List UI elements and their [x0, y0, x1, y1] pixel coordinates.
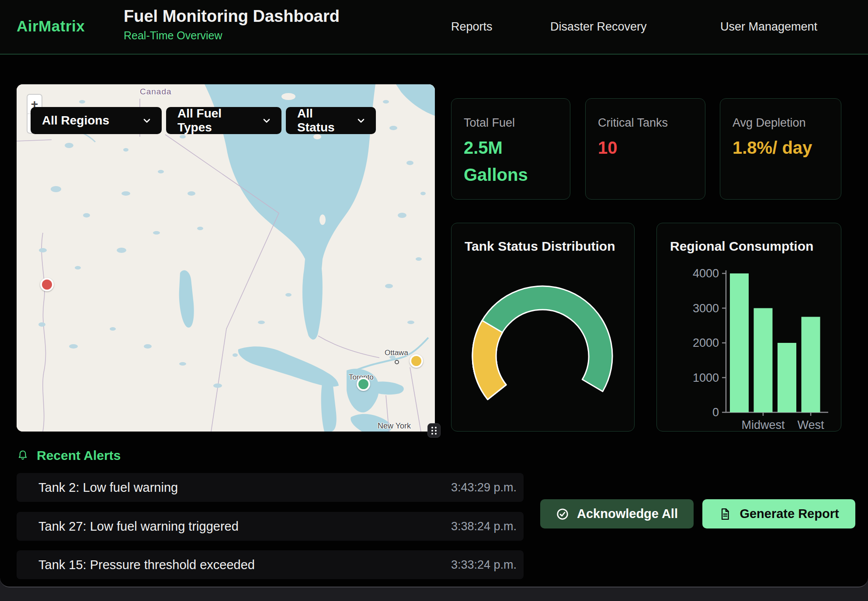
tank-status-title: Tank Status Distribution	[465, 239, 615, 254]
alert-time: 3:43:29 p.m.	[451, 481, 517, 494]
alert-text: Tank 2: Low fuel warning	[38, 480, 178, 495]
nav-user-management[interactable]: User Management	[720, 20, 817, 34]
stat-value-avg-depletion: 1.8%/ day	[733, 134, 829, 161]
stat-label: Total Fuel	[464, 116, 558, 130]
alert-row[interactable]: Tank 27: Low fuel warning triggered 3:38…	[17, 512, 524, 541]
alerts-header: Recent Alerts	[17, 448, 121, 463]
fuel-monitoring-dashboard: AirMatrix Fuel Monitoring Dashboard Real…	[0, 0, 868, 601]
regional-consumption-title: Regional Consumption	[670, 239, 813, 254]
alert-row[interactable]: Tank 15: Pressure threshold exceeded 3:3…	[17, 550, 524, 579]
regional-consumption-card: Regional Consumption 01000200030004000Mi…	[656, 223, 841, 432]
map-label-ottawa: Ottawa	[385, 349, 408, 357]
map-filters: All Regions All Fuel Types All Status	[31, 107, 376, 134]
regional-consumption-bar-chart: 01000200030004000MidwestWest	[657, 267, 841, 432]
map-panel[interactable]: Canada Ottawa Toronto New York + − All R…	[17, 84, 435, 432]
ottawa-town-dot	[395, 360, 399, 364]
filter-status-select[interactable]: All Status	[286, 107, 376, 134]
nav-disaster-recovery[interactable]: Disaster Recovery	[550, 20, 647, 34]
generate-report-label: Generate Report	[740, 507, 839, 521]
chevron-down-icon	[356, 115, 366, 126]
stat-value-total-fuel: 2.5M Gallons	[464, 134, 558, 188]
bell-icon	[17, 449, 29, 462]
bar-3	[802, 317, 820, 412]
map-label-new-york: New York	[378, 421, 411, 431]
generate-report-button[interactable]: Generate Report	[702, 499, 855, 528]
drag-handle-icon[interactable]	[427, 423, 441, 438]
stat-value-critical-tanks: 10	[598, 134, 693, 161]
donut-segment-warning	[472, 321, 506, 400]
app-window: AirMatrix Fuel Monitoring Dashboard Real…	[0, 0, 868, 587]
alert-text: Tank 27: Low fuel warning triggered	[38, 519, 239, 534]
y-tick-label: 0	[712, 406, 719, 419]
nav-reports[interactable]: Reports	[451, 20, 493, 34]
filter-regions-value: All Regions	[42, 114, 109, 128]
file-text-icon	[719, 508, 732, 521]
stat-label: Critical Tanks	[598, 116, 693, 130]
app-logo: AirMatrix	[17, 17, 85, 35]
filter-fuel-types-value: All Fuel Types	[177, 107, 247, 135]
y-tick-label: 2000	[693, 336, 719, 349]
tank-marker-warning[interactable]	[410, 354, 423, 368]
acknowledge-all-label: Acknowledge All	[577, 507, 678, 521]
bar-0	[730, 273, 749, 412]
title-block: Fuel Monitoring Dashboard Real-Time Over…	[124, 7, 340, 42]
alert-time: 3:33:24 p.m.	[451, 558, 517, 572]
stat-card-total-fuel: Total Fuel 2.5M Gallons	[451, 98, 570, 200]
alert-text: Tank 15: Pressure threshold exceeded	[38, 558, 255, 572]
map-label-canada: Canada	[140, 87, 172, 97]
chevron-down-icon	[261, 115, 272, 126]
y-tick-label: 3000	[693, 302, 719, 315]
tank-status-card: Tank Status Distribution	[451, 223, 635, 432]
page-title: Fuel Monitoring Dashboard	[124, 7, 340, 26]
tank-marker-critical[interactable]	[40, 278, 54, 291]
bar-1	[754, 308, 773, 413]
alert-time: 3:38:24 p.m.	[451, 520, 517, 533]
tank-marker-normal[interactable]	[357, 377, 370, 391]
stat-label: Avg Depletion	[733, 116, 829, 130]
check-circle-icon	[556, 508, 569, 521]
chevron-down-icon	[142, 115, 152, 126]
header: AirMatrix Fuel Monitoring Dashboard Real…	[0, 0, 868, 55]
x-tick-label: Midwest	[741, 418, 785, 432]
y-tick-label: 1000	[693, 371, 719, 384]
bar-2	[778, 343, 796, 412]
acknowledge-all-button[interactable]: Acknowledge All	[540, 499, 694, 528]
y-tick-label: 4000	[693, 267, 719, 280]
alerts-title: Recent Alerts	[37, 448, 121, 463]
alert-row[interactable]: Tank 2: Low fuel warning 3:43:29 p.m.	[17, 473, 524, 502]
tank-status-donut-chart	[464, 278, 618, 432]
stat-card-avg-depletion: Avg Depletion 1.8%/ day	[720, 98, 841, 200]
filter-fuel-types-select[interactable]: All Fuel Types	[166, 107, 281, 134]
stat-card-critical-tanks: Critical Tanks 10	[585, 98, 705, 200]
filter-status-value: All Status	[297, 107, 341, 135]
page-subtitle: Real-Time Overview	[124, 29, 340, 42]
x-tick-label: West	[797, 418, 824, 432]
filter-regions-select[interactable]: All Regions	[31, 107, 162, 134]
